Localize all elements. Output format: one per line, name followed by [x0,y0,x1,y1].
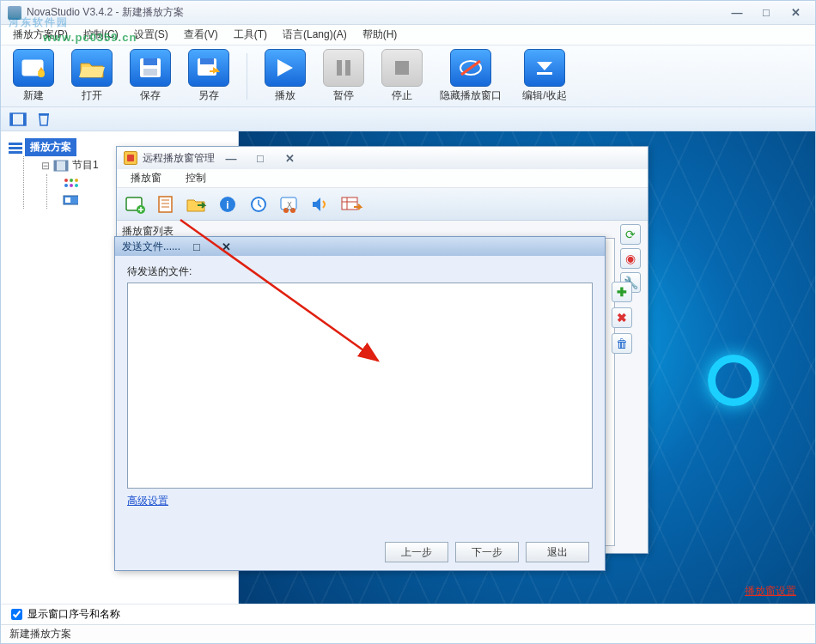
save-button[interactable]: 保存 [126,49,174,103]
prev-button[interactable]: 上一步 [385,542,448,562]
live-icon[interactable]: ◉ [620,248,641,269]
dlg2-side-buttons: ✚ ✖ 🗑 [612,282,632,354]
dlg2-close-button[interactable]: ✕ [213,239,239,254]
save-as-icon [188,49,229,87]
menu-control[interactable]: 控制(C) [76,25,125,45]
title-bar: NovaStudio V3.4.2 - 新建播放方案 — □ ✕ [1,1,815,25]
maximize-button[interactable]: □ [753,5,779,21]
new-button[interactable]: 新建 [9,49,58,103]
preview-ring-graphic [708,355,759,406]
svg-rect-6 [200,58,214,64]
stop-button[interactable]: 停止 [378,49,426,103]
multi-color-dots-icon [63,176,78,190]
dlg1-maximize-button[interactable]: □ [247,150,273,166]
play-button[interactable]: 播放 [261,49,309,103]
film-icon[interactable] [9,111,27,128]
svg-text:i: i [226,199,228,211]
dlg1-close-button[interactable]: ✕ [277,150,302,166]
svg-point-23 [64,179,68,182]
tree-root[interactable]: 播放方案 [25,138,76,156]
remove-icon[interactable]: ✖ [612,307,632,328]
open-button[interactable]: 打开 [68,49,116,103]
svg-rect-19 [9,151,22,154]
dlg1-minimize-button[interactable]: — [218,150,244,166]
svg-rect-22 [65,161,68,171]
svg-point-28 [75,184,78,187]
sub-toolbar [1,107,815,131]
app-icon [8,6,21,20]
svg-rect-33 [159,197,172,212]
advanced-settings-link[interactable]: 高级设置 [127,494,168,508]
info-icon[interactable]: i [216,193,239,216]
film-strip-icon [53,159,69,173]
play-icon [265,49,306,87]
add-icon[interactable]: ✚ [612,282,632,302]
hide-window-button[interactable]: 隐藏播放窗口 [436,49,505,103]
menu-settings[interactable]: 设置(S) [127,25,175,45]
send-file-dialog: 发送文件...... □ ✕ 待发送的文件: 高级设置 ✚ ✖ 🗑 上一步 下一… [114,236,606,571]
volume-icon[interactable] [309,193,332,216]
delete-icon[interactable]: 🗑 [612,333,632,354]
svg-rect-14 [10,113,13,125]
save-as-button[interactable]: 另存 [185,49,233,103]
dlg2-title-bar: 发送文件...... □ ✕ [115,237,605,256]
svg-rect-16 [39,113,49,115]
menu-language[interactable]: 语言(Lang)(A) [276,25,354,45]
svg-point-25 [75,179,78,182]
dlg1-title-bar: 远程播放窗管理 — □ ✕ [117,147,648,169]
close-button[interactable]: ✕ [783,5,808,21]
window-title: NovaStudio V3.4.2 - 新建播放方案 [27,5,184,20]
collapse-icon [524,49,565,87]
show-window-index-checkbox[interactable] [11,609,22,620]
status-bar: 新建播放方案 [1,624,815,643]
folder-send-icon[interactable] [186,193,208,216]
stop-icon [381,49,423,87]
preview-settings-link[interactable]: 播放窗设置 [745,584,796,598]
svg-rect-21 [54,161,57,171]
clock-icon[interactable] [247,193,270,216]
svg-point-1 [38,70,45,77]
main-toolbar: 新建 打开 保存 另存 播放 暂停 停止 隐藏播放窗口 [1,46,815,107]
show-window-index-label: 显示窗口序号和名称 [27,607,120,622]
dlg2-button-row: 上一步 下一步 退出 [115,534,605,570]
hamburger-icon [8,141,23,155]
add-window-icon[interactable] [124,193,146,216]
status-text: 新建播放方案 [9,627,71,641]
cut-icon[interactable] [278,193,301,216]
menu-play-scheme[interactable]: 播放方案(P) [6,25,75,45]
pause-icon [323,49,364,87]
dlg1-menu-playwindow[interactable]: 播放窗 [124,168,168,188]
toolbar-separator [247,53,247,100]
menu-view[interactable]: 查看(V) [177,25,225,45]
dlg2-body: 待发送的文件: 高级设置 ✚ ✖ 🗑 [115,256,605,534]
dlg1-app-icon [124,151,137,165]
svg-rect-4 [143,69,157,76]
save-icon [130,49,171,87]
files-listbox[interactable] [127,283,593,489]
svg-point-24 [70,179,73,182]
svg-point-27 [70,184,73,187]
menu-bar: 播放方案(P) 控制(C) 设置(S) 查看(V) 工具(T) 语言(Lang)… [1,25,815,46]
pause-button[interactable]: 暂停 [320,49,368,103]
minimize-button[interactable]: — [724,5,750,21]
svg-rect-30 [65,197,70,203]
refresh-icon[interactable]: ⟳ [620,224,641,245]
svg-rect-8 [345,60,350,76]
svg-rect-3 [143,58,157,65]
hide-window-icon [450,49,491,87]
table-send-icon[interactable] [340,193,362,216]
menu-help[interactable]: 帮助(H) [356,25,405,45]
exit-button[interactable]: 退出 [526,542,589,562]
edit-collapse-button[interactable]: 编辑/收起 [515,49,574,103]
svg-rect-18 [9,147,22,149]
next-button[interactable]: 下一步 [455,542,519,562]
doc-list-icon[interactable] [155,193,177,216]
menu-tools[interactable]: 工具(T) [227,25,274,45]
svg-rect-9 [395,61,409,75]
dlg1-menu-control[interactable]: 控制 [179,168,213,188]
file-new-icon [13,49,54,87]
dlg2-maximize-button[interactable]: □ [184,239,210,254]
folder-open-icon [71,49,113,87]
trash-icon[interactable] [35,111,52,128]
svg-rect-17 [9,143,22,145]
